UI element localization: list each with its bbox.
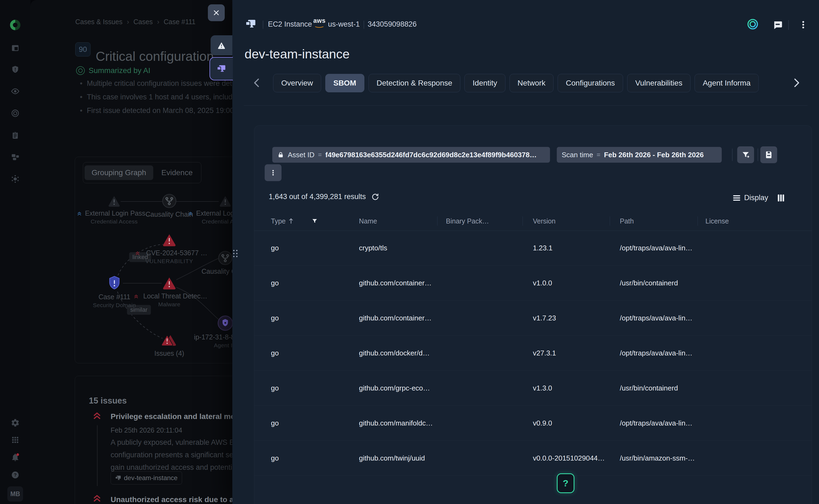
apps-grid-icon[interactable] bbox=[11, 436, 19, 444]
table-row[interactable]: gogithub.com/container…v1.0.0/usr/bin/co… bbox=[254, 266, 812, 301]
sidebar-item-visibility-eye-icon[interactable] bbox=[11, 87, 20, 96]
breadcrumb-link[interactable]: Cases & Issues bbox=[75, 18, 123, 26]
asset-panel-toggle-button[interactable] bbox=[209, 57, 233, 80]
column-header-license[interactable]: License bbox=[705, 212, 729, 231]
ai-icon bbox=[76, 66, 85, 75]
monitor-icon bbox=[115, 475, 121, 481]
tab-overview[interactable]: Overview bbox=[273, 74, 321, 92]
kebab-menu-icon[interactable] bbox=[798, 20, 808, 30]
severity-chevrons-icon bbox=[77, 211, 82, 216]
tabs-strip: Overview SBOM Detection & Response Ident… bbox=[273, 74, 788, 93]
tab-sbom[interactable]: SBOM bbox=[325, 74, 364, 92]
asset-detail-panel: EC2 Instance aws us-west-1 343059098826 … bbox=[232, 0, 819, 504]
table-row[interactable]: gogithub.com/twinj/uuidv0.0.0-2015102904… bbox=[254, 441, 812, 476]
panel-resize-handle[interactable] bbox=[233, 250, 237, 257]
sbom-content-card: Asset ID = f49e6798163e6355d246fd7dc6c92… bbox=[254, 125, 812, 504]
aws-logo: aws bbox=[313, 18, 325, 28]
table-row[interactable]: gogithub.com/docker/d…v27.3.1/opt/traps/… bbox=[254, 336, 812, 371]
severity-chevrons-icon bbox=[134, 294, 139, 299]
results-summary-row: 1,643 out of 4,399,281 results bbox=[269, 193, 379, 201]
table-row[interactable]: gogithub.com/grpc-eco…v1.3.0/usr/bin/con… bbox=[254, 371, 812, 406]
warning-triangle-icon bbox=[219, 195, 232, 207]
causality-chain-icon bbox=[162, 194, 176, 208]
notifications-bell-icon[interactable] bbox=[11, 453, 20, 462]
column-header-type[interactable]: Type bbox=[271, 212, 318, 231]
column-header-path[interactable]: Path bbox=[620, 212, 634, 231]
tabs-scroll-left-icon[interactable] bbox=[253, 78, 259, 87]
close-panel-button[interactable] bbox=[208, 4, 225, 21]
sidebar-item-assets-blocks-icon[interactable] bbox=[11, 153, 20, 162]
help-circle-icon[interactable]: ? bbox=[11, 471, 20, 479]
results-count: 1,643 out of 4,399,281 results bbox=[269, 193, 366, 201]
monitor-icon bbox=[217, 64, 226, 73]
breadcrumb-link[interactable]: Cases bbox=[133, 18, 153, 26]
sort-asc-icon bbox=[288, 218, 294, 224]
display-menu-button[interactable]: Display bbox=[733, 194, 768, 202]
issue-timeline-connector bbox=[97, 425, 98, 486]
causality-chain-icon bbox=[218, 251, 232, 265]
sidebar-item-posture-shield-icon[interactable] bbox=[11, 65, 20, 74]
issues-section-title: 15 issues bbox=[89, 396, 127, 406]
issue-description-line: configuration presents a significant sec… bbox=[111, 451, 251, 459]
chat-icon[interactable] bbox=[773, 20, 783, 30]
breadcrumb: Cases & Issues› Cases› Case #111 bbox=[75, 18, 195, 26]
tabs-scroll-right-icon[interactable] bbox=[794, 78, 800, 87]
column-header-binary-package[interactable]: Binary Pack… bbox=[446, 212, 489, 231]
column-settings-icon[interactable] bbox=[777, 194, 785, 202]
tab-configurations[interactable]: Configurations bbox=[558, 74, 623, 92]
alerts-flyout-button[interactable] bbox=[211, 35, 232, 55]
filter-chip-asset-id[interactable]: Asset ID = f49e6798163e6355d246fd7dc6c92… bbox=[272, 147, 550, 163]
settings-gear-icon[interactable] bbox=[11, 418, 20, 427]
table-row[interactable]: gogithub.com/manifoldc…v0.9.0/opt/traps/… bbox=[254, 406, 812, 441]
severity-chevrons-icon bbox=[188, 211, 193, 216]
sidebar-item-inventory-clipboard-icon[interactable] bbox=[11, 131, 20, 140]
severity-chevrons-icon bbox=[135, 251, 140, 256]
tab-agent-information[interactable]: Agent Informa bbox=[695, 74, 759, 92]
case-score-badge: 90 bbox=[75, 42, 90, 56]
ai-summary-label: Summarized by AI bbox=[89, 66, 150, 75]
user-avatar[interactable]: MB bbox=[7, 486, 23, 502]
tab-grouping-graph[interactable]: Grouping Graph bbox=[84, 165, 153, 180]
save-view-button[interactable] bbox=[760, 146, 777, 163]
filter-chip-scan-time[interactable]: Scan time = Feb 26th 2026 - Feb 26th 202… bbox=[557, 147, 722, 163]
tab-network[interactable]: Network bbox=[510, 74, 554, 92]
ai-assistant-icon[interactable] bbox=[746, 18, 759, 30]
tab-identity[interactable]: Identity bbox=[465, 74, 505, 92]
ai-summary-header: Summarized by AI bbox=[76, 66, 150, 75]
issue-timestamp: Feb 25th 2026 20:11:04 bbox=[111, 426, 182, 434]
svg-text:?: ? bbox=[14, 473, 17, 478]
column-header-name[interactable]: Name bbox=[359, 212, 377, 231]
agent-shield-icon bbox=[218, 316, 233, 331]
tab-vulnerabilities[interactable]: Vulnerabilities bbox=[627, 74, 691, 92]
breadcrumb-current: Case #111 bbox=[164, 18, 195, 26]
save-icon bbox=[765, 151, 773, 159]
table-row[interactable]: gocrypto/tls1.23.1/opt/traps/ava/ava-lin… bbox=[254, 231, 812, 266]
graph-node-local-threat[interactable]: Local Threat Detec… Malware bbox=[131, 276, 207, 308]
asset-type-label: EC2 Instance bbox=[268, 20, 312, 29]
help-button[interactable]: ? bbox=[557, 473, 575, 493]
active-filter-funnel-icon[interactable] bbox=[312, 218, 318, 224]
column-header-version[interactable]: Version bbox=[533, 212, 556, 231]
sidebar-item-dashboard[interactable] bbox=[11, 44, 20, 52]
issue-asset-chip[interactable]: dev-team-instance bbox=[111, 471, 182, 484]
brand-logo-icon[interactable] bbox=[9, 19, 21, 31]
account-id-label: 343059098826 bbox=[368, 20, 417, 29]
table-header: Type Name Binary Pack… Version Path Lice… bbox=[254, 212, 812, 231]
warning-triangle-icon bbox=[217, 42, 225, 49]
critical-triangle-icon bbox=[162, 233, 177, 247]
graph-node-issues-group[interactable]: Issues (4) bbox=[131, 333, 207, 357]
filters-more-button[interactable] bbox=[265, 164, 281, 181]
tab-evidence[interactable]: Evidence bbox=[154, 165, 200, 180]
refresh-icon[interactable] bbox=[371, 193, 379, 201]
critical-triangle-icon bbox=[162, 276, 177, 290]
sidebar-item-threat-hive-icon[interactable] bbox=[11, 174, 20, 184]
tab-detection-response[interactable]: Detection & Response bbox=[368, 74, 461, 92]
monitor-icon bbox=[245, 18, 256, 29]
severity-chevrons-icon bbox=[92, 494, 102, 503]
table-row[interactable]: gogithub.com/container…v1.7.23/opt/traps… bbox=[254, 301, 812, 336]
ai-bullet: •First issue detected on March 08, 2025 … bbox=[80, 106, 252, 115]
add-filter-button[interactable] bbox=[737, 146, 754, 163]
close-icon bbox=[213, 9, 220, 16]
graph-tab-switcher: Grouping Graph Evidence bbox=[83, 162, 201, 183]
sidebar-item-detections-target-icon[interactable] bbox=[11, 109, 20, 118]
